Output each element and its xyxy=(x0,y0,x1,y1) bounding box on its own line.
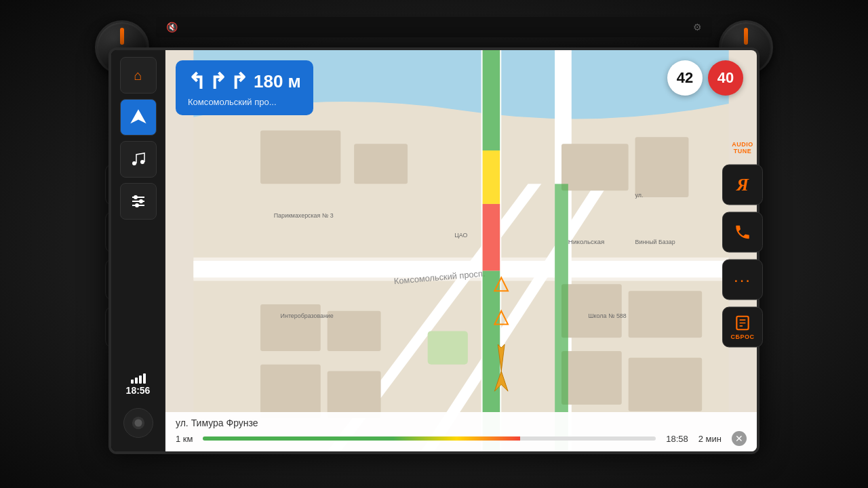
route-time-remaining: 2 мин xyxy=(698,434,722,444)
yandex-alice-btn[interactable] xyxy=(123,408,153,438)
phone-btn[interactable] xyxy=(722,212,763,253)
route-progress-bar xyxy=(203,436,656,441)
svg-rect-36 xyxy=(629,291,703,338)
yandex-icon: Я xyxy=(736,175,749,195)
svg-point-14 xyxy=(132,161,136,165)
reset-btn[interactable]: СБРОС xyxy=(722,307,763,348)
turn-arrow-1: ↰ xyxy=(188,68,206,94)
route-eta: 18:58 xyxy=(666,434,688,444)
current-street: ул. Тимура Фрунзе xyxy=(176,418,747,428)
map-bottom-bar: ул. Тимура Фрунзе 1 км 18:58 2 мин ✕ xyxy=(165,412,757,451)
settings-icon: ⚙ xyxy=(693,22,702,33)
svg-text:!: ! xyxy=(498,285,500,291)
display-bezel: ⌂ xyxy=(108,47,760,454)
music-sidebar-btn[interactable] xyxy=(120,141,157,178)
svg-text:ул.: ул. xyxy=(635,192,644,199)
right-external-panel: AUDIO TUNE Я ··· СБРОС xyxy=(722,141,763,348)
svg-rect-30 xyxy=(354,144,408,184)
svg-text:Винный Базар: Винный Базар xyxy=(635,239,675,245)
home-btn[interactable]: ⌂ xyxy=(120,57,157,94)
left-sidebar: ⌂ xyxy=(111,50,165,451)
car-head-unit: 🔇 ⚙ PWR VOL xyxy=(0,0,868,488)
svg-marker-13 xyxy=(130,109,146,123)
speed-limit: 40 xyxy=(708,60,743,96)
reset-label: СБРОС xyxy=(731,333,755,340)
turn-arrow-3: ↱ xyxy=(230,68,248,94)
svg-point-23 xyxy=(134,420,142,427)
svg-text:Никольская: Никольская xyxy=(568,238,605,245)
svg-text:!: ! xyxy=(498,319,500,325)
mute-icon: 🔇 xyxy=(166,22,178,33)
svg-point-18 xyxy=(134,196,137,199)
svg-rect-37 xyxy=(561,351,622,405)
map-area[interactable]: Комсомольский просп. xyxy=(165,50,757,451)
nav-instruction: ↰ ↱ ↱ 180 м Комсомольский про... xyxy=(176,60,313,115)
svg-rect-45 xyxy=(483,204,500,271)
time-display: 18:56 xyxy=(126,373,151,403)
svg-rect-31 xyxy=(561,144,629,190)
yandex-btn[interactable]: Я xyxy=(722,165,763,205)
nav-street: Комсомольский про... xyxy=(188,97,301,107)
audio-label: AUDIO xyxy=(732,141,753,148)
svg-rect-40 xyxy=(328,371,381,418)
turn-arrow-2: ↱ xyxy=(209,68,227,94)
svg-rect-39 xyxy=(260,365,321,418)
signal-bars xyxy=(131,373,146,384)
svg-rect-44 xyxy=(483,150,500,204)
svg-rect-47 xyxy=(555,184,568,451)
route-distance: 1 км xyxy=(176,434,193,444)
current-speed: 42 xyxy=(667,60,703,96)
svg-text:Интеробразование: Интеробразование xyxy=(281,312,334,319)
svg-rect-35 xyxy=(561,284,622,338)
svg-point-15 xyxy=(140,160,144,164)
svg-rect-29 xyxy=(260,130,340,184)
svg-text:ЦАО: ЦАО xyxy=(454,232,467,239)
route-info: 1 км 18:58 2 мин ✕ xyxy=(176,431,747,446)
route-progress-fill xyxy=(203,436,519,441)
svg-rect-38 xyxy=(629,358,703,411)
svg-rect-32 xyxy=(635,137,689,197)
nav-distance: 180 м xyxy=(254,71,301,92)
svg-point-19 xyxy=(140,200,142,203)
more-icon: ··· xyxy=(734,270,751,289)
clock: 18:56 xyxy=(126,385,151,396)
svg-text:Парикмахерская № 3: Парикмахерская № 3 xyxy=(274,212,334,219)
top-bar: 🔇 ⚙ xyxy=(156,17,712,37)
svg-rect-33 xyxy=(260,304,321,351)
more-btn[interactable]: ··· xyxy=(722,260,763,300)
svg-rect-41 xyxy=(428,331,468,364)
tune-label: TUNE xyxy=(734,148,752,155)
svg-text:Школа № 588: Школа № 588 xyxy=(588,312,626,319)
settings-sidebar-btn[interactable] xyxy=(120,183,157,220)
navigator-btn[interactable] xyxy=(120,99,157,136)
svg-rect-34 xyxy=(328,311,381,351)
svg-point-21 xyxy=(136,204,138,207)
close-route-button[interactable]: ✕ xyxy=(732,431,747,446)
svg-rect-43 xyxy=(483,50,500,150)
